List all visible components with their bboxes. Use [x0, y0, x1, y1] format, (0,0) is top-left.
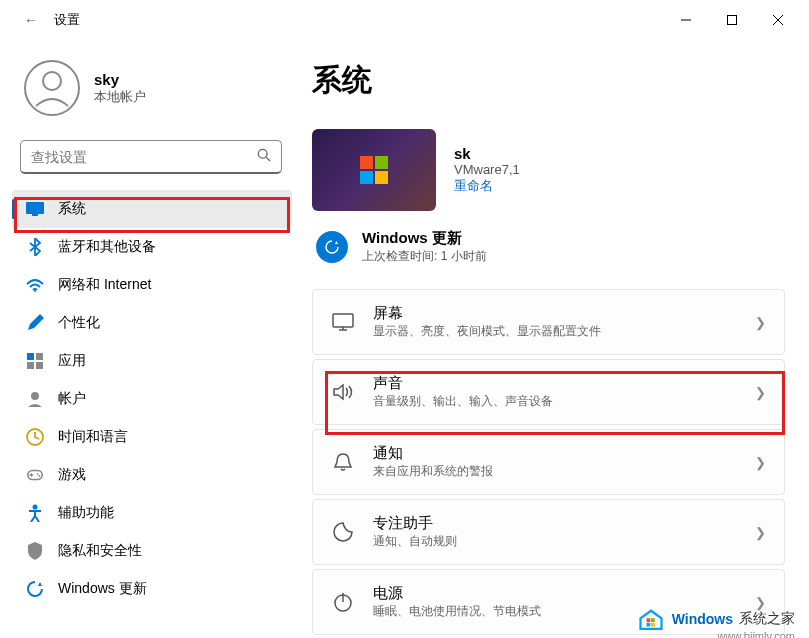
- watermark-text1: Windows: [672, 611, 733, 627]
- nav-label: 时间和语言: [58, 428, 128, 446]
- setting-item-display[interactable]: 屏幕显示器、亮度、夜间模式、显示器配置文件❯: [312, 289, 785, 355]
- display-icon: [331, 310, 355, 334]
- svg-rect-11: [27, 353, 34, 360]
- svg-point-19: [39, 475, 41, 477]
- svg-rect-27: [651, 618, 655, 622]
- sidebar-item-privacy[interactable]: 隐私和安全性: [12, 532, 292, 570]
- svg-rect-21: [333, 314, 353, 327]
- svg-rect-1: [728, 16, 737, 25]
- sidebar-item-accounts[interactable]: 帐户: [12, 380, 292, 418]
- update-icon: [26, 580, 44, 598]
- focus-icon: [331, 520, 355, 544]
- setting-desc: 显示器、亮度、夜间模式、显示器配置文件: [373, 323, 737, 340]
- page-title: 系统: [312, 60, 785, 101]
- sidebar-item-bluetooth[interactable]: 蓝牙和其他设备: [12, 228, 292, 266]
- search-input[interactable]: [31, 149, 257, 165]
- user-account-type: 本地帐户: [94, 88, 146, 106]
- notifications-icon: [331, 450, 355, 474]
- update-sync-icon: [316, 231, 348, 263]
- svg-rect-29: [651, 623, 655, 627]
- device-section: sk VMware7,1 重命名: [312, 129, 785, 211]
- nav-label: Windows 更新: [58, 580, 147, 598]
- sidebar-item-time[interactable]: 时间和语言: [12, 418, 292, 456]
- nav-label: 应用: [58, 352, 86, 370]
- svg-rect-14: [36, 362, 43, 369]
- nav-list: 系统蓝牙和其他设备网络和 Internet个性化应用帐户时间和语言游戏辅助功能隐…: [12, 190, 292, 608]
- chevron-right-icon: ❯: [755, 315, 766, 330]
- setting-desc: 通知、自动规则: [373, 533, 737, 550]
- device-thumbnail[interactable]: [312, 129, 436, 211]
- svg-rect-8: [26, 202, 44, 214]
- sidebar-item-apps[interactable]: 应用: [12, 342, 292, 380]
- titlebar: ← 设置: [0, 0, 809, 40]
- setting-desc: 音量级别、输出、输入、声音设备: [373, 393, 737, 410]
- gaming-icon: [26, 466, 44, 484]
- setting-item-sound[interactable]: 声音音量级别、输出、输入、声音设备❯: [312, 359, 785, 425]
- power-icon: [331, 590, 355, 614]
- bluetooth-icon: [26, 238, 44, 256]
- window-title: 设置: [54, 11, 80, 29]
- close-button[interactable]: [755, 4, 801, 36]
- watermark-text2: 系统之家: [739, 610, 795, 628]
- svg-rect-12: [36, 353, 43, 360]
- watermark-url: www.bjjmlv.com: [718, 630, 795, 638]
- system-icon: [26, 200, 44, 218]
- watermark-logo-icon: [636, 606, 666, 632]
- network-icon: [26, 276, 44, 294]
- setting-desc: 来自应用和系统的警报: [373, 463, 737, 480]
- setting-item-focus[interactable]: 专注助手通知、自动规则❯: [312, 499, 785, 565]
- setting-title: 声音: [373, 374, 737, 393]
- settings-list: 屏幕显示器、亮度、夜间模式、显示器配置文件❯声音音量级别、输出、输入、声音设备❯…: [312, 289, 785, 635]
- svg-point-6: [258, 149, 267, 158]
- search-icon: [257, 148, 271, 165]
- nav-label: 蓝牙和其他设备: [58, 238, 156, 256]
- avatar-icon: [24, 60, 80, 116]
- watermark: Windows 系统之家 www.bjjmlv.com: [636, 606, 795, 632]
- nav-label: 帐户: [58, 390, 86, 408]
- setting-title: 屏幕: [373, 304, 737, 323]
- svg-line-7: [266, 157, 270, 161]
- rename-link[interactable]: 重命名: [454, 177, 520, 195]
- chevron-right-icon: ❯: [755, 385, 766, 400]
- time-icon: [26, 428, 44, 446]
- privacy-icon: [26, 542, 44, 560]
- nav-label: 游戏: [58, 466, 86, 484]
- svg-point-15: [31, 392, 39, 400]
- setting-title: 电源: [373, 584, 737, 603]
- sidebar-item-accessibility[interactable]: 辅助功能: [12, 494, 292, 532]
- chevron-right-icon: ❯: [755, 525, 766, 540]
- user-name: sky: [94, 71, 146, 88]
- nav-label: 个性化: [58, 314, 100, 332]
- svg-point-5: [43, 72, 61, 90]
- nav-label: 辅助功能: [58, 504, 114, 522]
- setting-item-notifications[interactable]: 通知来自应用和系统的警报❯: [312, 429, 785, 495]
- device-name: sk: [454, 145, 520, 162]
- device-model: VMware7,1: [454, 162, 520, 177]
- windows-update-section[interactable]: Windows 更新 上次检查时间: 1 小时前: [312, 229, 785, 265]
- back-arrow-icon[interactable]: ←: [24, 12, 38, 28]
- svg-point-18: [37, 473, 39, 475]
- svg-rect-13: [27, 362, 34, 369]
- setting-title: 专注助手: [373, 514, 737, 533]
- nav-label: 系统: [58, 200, 86, 218]
- accessibility-icon: [26, 504, 44, 522]
- maximize-button[interactable]: [709, 4, 755, 36]
- chevron-right-icon: ❯: [755, 455, 766, 470]
- content-area: 系统 sk VMware7,1 重命名 Windows 更新 上次检查时间: 1…: [300, 40, 809, 638]
- setting-title: 通知: [373, 444, 737, 463]
- nav-label: 网络和 Internet: [58, 276, 151, 294]
- personalize-icon: [26, 314, 44, 332]
- sidebar-item-system[interactable]: 系统: [12, 190, 292, 228]
- sidebar-item-gaming[interactable]: 游戏: [12, 456, 292, 494]
- user-section[interactable]: sky 本地帐户: [0, 40, 292, 140]
- svg-point-4: [25, 61, 79, 115]
- update-title: Windows 更新: [362, 229, 487, 248]
- windows-logo-icon: [360, 156, 388, 184]
- sidebar-item-personalize[interactable]: 个性化: [12, 304, 292, 342]
- sidebar-item-network[interactable]: 网络和 Internet: [12, 266, 292, 304]
- svg-rect-26: [646, 618, 650, 622]
- svg-point-10: [34, 290, 36, 292]
- minimize-button[interactable]: [663, 4, 709, 36]
- search-box[interactable]: [20, 140, 282, 174]
- sidebar-item-update[interactable]: Windows 更新: [12, 570, 292, 608]
